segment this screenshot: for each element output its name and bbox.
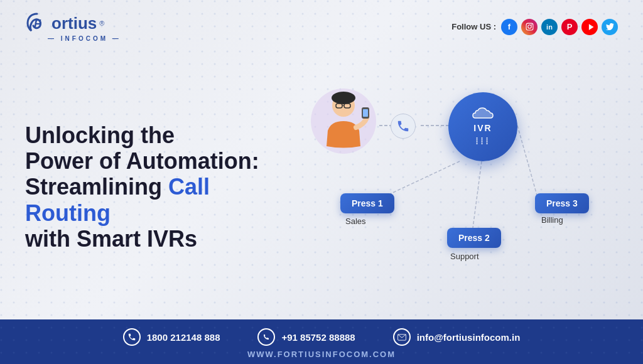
phone-connector-icon [391, 114, 416, 139]
logo-area: F ortius® — INFOCOM — [25, 11, 121, 42]
phone-icon [396, 119, 410, 133]
svg-marker-6 [588, 24, 593, 30]
svg-rect-19 [363, 109, 368, 117]
ivr-cloud [472, 107, 494, 122]
svg-point-14 [332, 92, 355, 104]
left-content: Unlocking the Power of Automation: Strea… [25, 55, 289, 313]
main-container: F ortius® — INFOCOM — Follow US : f in P [0, 0, 643, 364]
heading-line3-plain: Streamlining [25, 174, 168, 200]
person-svg [309, 87, 378, 162]
cloud-icon [472, 107, 494, 120]
press-2-label: Press 2 [458, 233, 490, 243]
press-3-button: Press 3 [535, 193, 589, 213]
social-icons-group: f in P [501, 19, 618, 35]
content-area: Unlocking the Power of Automation: Strea… [0, 48, 643, 319]
footer-email-address: info@fortiusinfocom.in [417, 332, 521, 343]
phone-footer-icon [127, 333, 136, 341]
svg-point-4 [527, 25, 531, 28]
svg-rect-3 [526, 23, 533, 30]
press-3-sublabel: Billing [541, 215, 563, 225]
right-diagram: IVR ⁞⁞⁞ Press 1 Sales Press 2 Support Pr… [289, 55, 618, 313]
svg-line-11 [517, 126, 538, 200]
instagram-icon[interactable] [521, 19, 538, 35]
ivr-label: IVR [473, 123, 492, 133]
heading-line2: Power of Automation: [25, 148, 259, 174]
footer-phone-number: 1800 212148 888 [147, 332, 220, 343]
youtube-icon[interactable] [581, 19, 598, 35]
logo-infocom: — INFOCOM — [48, 35, 121, 42]
logo-registered: ® [99, 19, 104, 27]
email-footer-icon [397, 334, 406, 341]
logo-text: ortius [51, 14, 97, 33]
footer-whatsapp-icon [257, 328, 275, 346]
footer-bar: 1800 212148 888 +91 85752 88888 inf [0, 319, 643, 364]
press-1-button: Press 1 [340, 193, 394, 213]
press-3-label: Press 3 [546, 198, 578, 208]
header: F ortius® — INFOCOM — Follow US : f in P [0, 0, 643, 48]
press-1-label: Press 1 [352, 198, 383, 208]
heading-line1: Unlocking the [25, 122, 175, 148]
social-area: Follow US : f in P [451, 19, 618, 35]
footer-website: WWW.FORTIUSINFOCOM.COM [247, 350, 396, 359]
ivr-circle: IVR ⁞⁞⁞ [448, 92, 517, 161]
facebook-icon[interactable]: f [501, 19, 517, 35]
linkedin-icon[interactable]: in [541, 19, 558, 35]
svg-point-5 [531, 24, 532, 26]
heading-line4: with Smart IVRs [25, 226, 197, 252]
person-illustration [309, 87, 372, 159]
press-2-button: Press 2 [447, 228, 501, 248]
footer-phone-item: 1800 212148 888 [123, 328, 220, 346]
svg-text:F: F [34, 18, 41, 30]
main-heading: Unlocking the Power of Automation: Strea… [25, 122, 289, 252]
footer-email-item: info@fortiusinfocom.in [393, 328, 521, 346]
svg-line-10 [472, 161, 482, 233]
pinterest-icon[interactable]: P [561, 19, 578, 35]
footer-contacts: 1800 212148 888 +91 85752 88888 inf [123, 328, 521, 346]
footer-whatsapp-number: +91 85752 88888 [281, 332, 355, 343]
diagram-container: IVR ⁞⁞⁞ Press 1 Sales Press 2 Support Pr… [303, 77, 604, 291]
twitter-icon[interactable] [602, 19, 618, 35]
logo-swirl-icon: F [25, 11, 49, 35]
logo-top: F ortius® [25, 11, 104, 35]
footer-whatsapp-item: +91 85752 88888 [257, 328, 355, 346]
ivr-keypad-dots: ⁞⁞⁞ [475, 135, 490, 147]
footer-phone-icon [123, 328, 141, 346]
press-1-sublabel: Sales [345, 217, 366, 226]
press-2-sublabel: Support [450, 252, 479, 261]
whatsapp-footer-icon [262, 333, 271, 341]
footer-email-icon [393, 328, 411, 346]
follow-us-text: Follow US : [451, 22, 496, 31]
